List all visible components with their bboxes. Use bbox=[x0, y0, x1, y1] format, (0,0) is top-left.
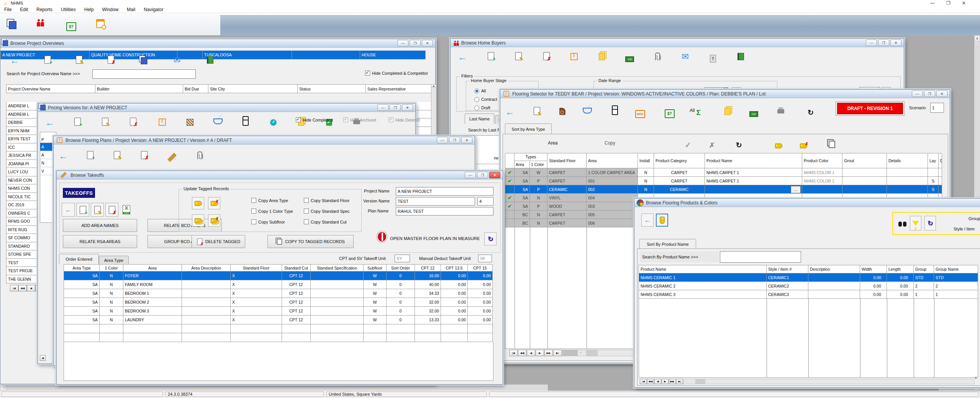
column-header[interactable]: 1 Color bbox=[100, 265, 123, 271]
column-header[interactable]: Group Name bbox=[934, 265, 978, 273]
nav-last-button[interactable]: ▶| bbox=[553, 350, 562, 356]
tag-delete-icon[interactable] bbox=[799, 141, 809, 151]
accept-icon[interactable]: ✓ bbox=[683, 140, 693, 150]
copy-subfloor-checkbox[interactable] bbox=[251, 219, 256, 224]
restore-button[interactable]: ❐ bbox=[924, 90, 935, 97]
header-last[interactable]: D bbox=[939, 153, 942, 168]
column-header[interactable]: Builder bbox=[95, 85, 183, 93]
column-header[interactable]: Width bbox=[860, 265, 887, 273]
scroll-up-icon[interactable]: ▲ bbox=[431, 85, 436, 87]
tag-icon[interactable] bbox=[774, 141, 783, 151]
report-icon[interactable] bbox=[205, 55, 215, 65]
restore-button[interactable]: ❐ bbox=[410, 40, 421, 46]
relate-rsa-areas-button[interactable]: RELATE RSA AREAS bbox=[63, 235, 137, 248]
takeoff-row[interactable]: SA N FAMILY ROOM X CPT 12 W 0 40.00 0.00… bbox=[64, 280, 493, 289]
scroll-up-icon[interactable]: ∧ bbox=[974, 35, 980, 41]
stage-draft-radio[interactable] bbox=[474, 105, 479, 110]
manual-deduct-unit-input[interactable]: SF bbox=[478, 255, 492, 262]
floor-plan-icon[interactable] bbox=[157, 117, 167, 127]
column-header[interactable]: Status bbox=[298, 85, 366, 93]
menu-help[interactable]: Help bbox=[80, 7, 98, 12]
delete-button[interactable] bbox=[105, 203, 118, 217]
cancel-icon[interactable] bbox=[707, 140, 717, 150]
selector-row[interactable]: ✔ SA P CERAMIC 002 N CERAMIC S … bbox=[505, 185, 942, 194]
report-icon[interactable] bbox=[736, 51, 746, 61]
back-button[interactable] bbox=[641, 214, 654, 227]
edit-icon[interactable] bbox=[514, 51, 524, 61]
tag-all-button[interactable] bbox=[192, 214, 204, 227]
filter-tag-button[interactable] bbox=[656, 214, 668, 227]
nav-first-button[interactable]: |◀ bbox=[509, 350, 518, 356]
column-header[interactable]: CPT 12 bbox=[415, 265, 441, 271]
version-number-input[interactable]: 4 bbox=[477, 197, 493, 206]
nav-fast-prev-button[interactable]: ◀◀ bbox=[518, 350, 526, 356]
stage-contract-radio[interactable] bbox=[474, 97, 479, 102]
restore-button[interactable]: ❐ bbox=[878, 39, 889, 46]
projects-icon[interactable] bbox=[8, 20, 18, 30]
delete-tagged-button[interactable]: DELETE TAGGED bbox=[192, 235, 245, 248]
product-lookup-button[interactable]: … bbox=[791, 186, 801, 193]
close-button[interactable]: ✕ bbox=[936, 90, 947, 97]
menu-reports[interactable]: Reports bbox=[32, 7, 57, 12]
bathtub-icon[interactable] bbox=[213, 115, 223, 125]
new-icon[interactable] bbox=[43, 54, 52, 64]
header-lay[interactable]: Lay bbox=[928, 153, 939, 168]
menu-edit[interactable]: Edit bbox=[16, 7, 32, 12]
takeoff-row[interactable]: SA N BEDROOM 1 X CPT 12 W 0 34.33 0.00 0… bbox=[64, 289, 493, 298]
tab-sort-by-area-type[interactable]: Sort by Area Type bbox=[505, 123, 552, 134]
header-area-name[interactable]: Area bbox=[587, 153, 638, 168]
tab-last-name[interactable]: Last Name bbox=[465, 113, 494, 124]
pricing-versions-titlebar[interactable]: Pricing Versions for: A NEW PROJECT — ❐ … bbox=[38, 104, 415, 112]
nav-last-button[interactable]: ▶| bbox=[676, 379, 683, 384]
price-inquiry-icon[interactable] bbox=[66, 21, 76, 31]
copy-standard-floor-checkbox[interactable] bbox=[304, 198, 309, 203]
column-header[interactable]: Subfloor bbox=[364, 265, 387, 271]
measure-icon[interactable] bbox=[167, 152, 177, 162]
column-header[interactable]: Area Description bbox=[182, 265, 231, 271]
header-types[interactable]: Types bbox=[515, 153, 547, 161]
copy-to-tagged-button[interactable]: COPY TO TAGGED RECORDS bbox=[267, 235, 354, 248]
refrigerator-icon[interactable] bbox=[610, 105, 620, 115]
untag-button[interactable] bbox=[208, 197, 220, 209]
refresh-button[interactable] bbox=[924, 216, 936, 230]
edit-icon[interactable] bbox=[100, 117, 110, 127]
new-icon[interactable] bbox=[85, 150, 95, 160]
search-by-product-input[interactable] bbox=[720, 251, 801, 263]
copy-standard-cut-checkbox[interactable] bbox=[304, 219, 309, 224]
letter-t-icon[interactable]: T bbox=[708, 54, 718, 64]
tab-order-entered[interactable]: Order Entered bbox=[59, 254, 99, 264]
flooring-selector-titlebar[interactable]: Flooring Selector for TEDDY BEAR / Proje… bbox=[500, 90, 950, 98]
hide-completed-checkbox[interactable] bbox=[296, 117, 301, 122]
delete-icon[interactable] bbox=[106, 54, 116, 64]
products-hscrollbar[interactable] bbox=[683, 379, 975, 384]
price-inquiry-icon[interactable] bbox=[665, 109, 675, 118]
menu-file[interactable]: File bbox=[0, 7, 16, 12]
wall-covering-icon[interactable] bbox=[185, 117, 195, 127]
scroll-left-icon[interactable]: ‹ bbox=[580, 350, 581, 354]
close-button[interactable]: ✕ bbox=[461, 137, 472, 143]
edit-icon[interactable] bbox=[112, 150, 122, 160]
close-button[interactable]: ✕ bbox=[489, 172, 500, 178]
back-icon[interactable] bbox=[45, 118, 55, 128]
refrigerator-icon[interactable] bbox=[241, 116, 251, 126]
versions-icon[interactable] bbox=[139, 56, 149, 66]
column-header[interactable]: Sales Representative bbox=[366, 85, 431, 93]
carpet-roll-icon[interactable] bbox=[557, 106, 567, 116]
minimize-button[interactable]: — bbox=[377, 104, 388, 111]
header-product-category[interactable]: Product Category bbox=[654, 153, 705, 168]
minimize-button[interactable]: — bbox=[912, 90, 923, 97]
home-buyers-icon[interactable] bbox=[36, 18, 46, 28]
header-one-color[interactable]: 1 Color bbox=[530, 161, 547, 168]
product-row[interactable]: NHMS CERAMIC 1 CERAMIC1 0.00 0.00 STD ST… bbox=[639, 273, 978, 282]
column-header[interactable]: Style / Item # bbox=[767, 265, 808, 273]
hide-deleted-checkbox[interactable] bbox=[388, 117, 393, 122]
paperclip-icon[interactable] bbox=[195, 150, 205, 160]
column-header[interactable]: Description bbox=[808, 265, 860, 273]
copy-pages-icon[interactable] bbox=[597, 51, 607, 61]
project-overviews-titlebar[interactable]: Browse Project Overviews — ❐ ✕ bbox=[0, 39, 435, 48]
floor-plan-icon[interactable] bbox=[569, 51, 579, 61]
version-name-input[interactable]: TEST bbox=[396, 197, 475, 206]
minimize-icon[interactable]: — bbox=[930, 0, 935, 6]
header-product-color[interactable]: Product Color bbox=[802, 153, 842, 168]
scheduler-icon[interactable] bbox=[95, 18, 105, 28]
